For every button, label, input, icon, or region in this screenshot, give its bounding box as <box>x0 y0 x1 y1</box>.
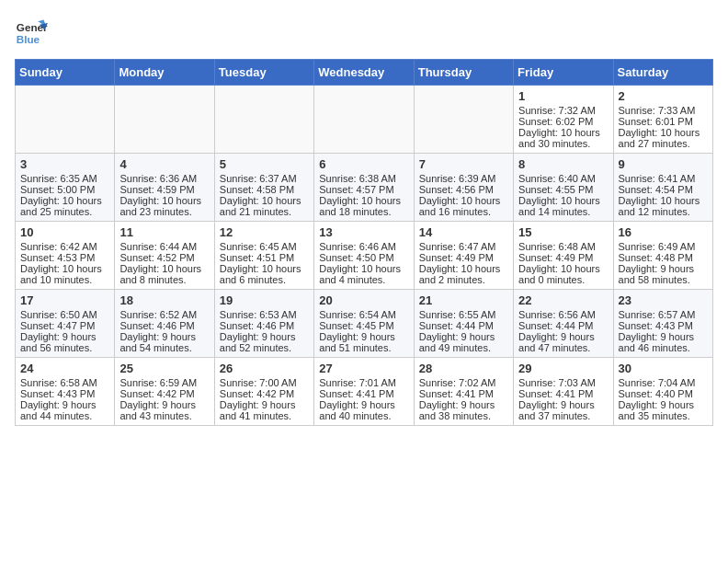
day-info-line: Daylight: 9 hours <box>220 399 309 410</box>
day-info-line: Sunrise: 6:48 AM <box>518 241 608 252</box>
day-info-line: Sunrise: 6:39 AM <box>419 173 508 184</box>
day-info-line: and 4 minutes. <box>319 274 408 285</box>
day-info-line: and 35 minutes. <box>619 410 708 421</box>
day-info-line: Sunrise: 6:47 AM <box>419 241 508 252</box>
day-info-line: Sunset: 4:51 PM <box>220 252 309 263</box>
day-info-line: Daylight: 9 hours <box>119 399 209 410</box>
day-info-line: Sunset: 4:54 PM <box>619 184 708 195</box>
day-info-line: Sunset: 4:52 PM <box>119 252 209 263</box>
day-info-line: Sunrise: 6:38 AM <box>319 173 408 184</box>
day-info-line: and 25 minutes. <box>20 206 109 217</box>
calendar-week-row: 24Sunrise: 6:58 AMSunset: 4:43 PMDayligh… <box>16 358 713 426</box>
day-info-line: Daylight: 10 hours <box>518 195 608 206</box>
day-info-line: Sunset: 4:57 PM <box>319 184 408 195</box>
day-info-line: Sunset: 5:00 PM <box>20 184 109 195</box>
day-info-line: Sunrise: 7:00 AM <box>220 377 309 388</box>
calendar-cell: 6Sunrise: 6:38 AMSunset: 4:57 PMDaylight… <box>314 154 414 222</box>
day-info-line: Sunset: 4:41 PM <box>518 388 608 399</box>
day-info-line: Daylight: 9 hours <box>419 399 508 410</box>
day-info-line: and 18 minutes. <box>319 206 408 217</box>
day-info-line: Sunrise: 6:46 AM <box>319 241 408 252</box>
weekday-header: Monday <box>115 60 214 86</box>
day-info-line: Sunrise: 6:35 AM <box>20 173 109 184</box>
day-info-line: Sunrise: 6:42 AM <box>20 241 109 252</box>
day-info-line: Daylight: 9 hours <box>319 399 408 410</box>
calendar-cell: 29Sunrise: 7:03 AMSunset: 4:41 PMDayligh… <box>514 358 613 426</box>
calendar-cell: 26Sunrise: 7:00 AMSunset: 4:42 PMDayligh… <box>214 358 313 426</box>
calendar-cell: 16Sunrise: 6:49 AMSunset: 4:48 PMDayligh… <box>613 222 712 290</box>
day-info-line: Sunrise: 7:33 AM <box>619 105 708 116</box>
day-number: 3 <box>20 157 109 171</box>
day-number: 22 <box>518 293 608 307</box>
weekday-header: Saturday <box>613 60 712 86</box>
calendar-cell <box>414 86 513 154</box>
day-info-line: and 27 minutes. <box>619 138 708 149</box>
calendar-cell: 9Sunrise: 6:41 AMSunset: 4:54 PMDaylight… <box>613 154 712 222</box>
day-number: 23 <box>619 293 708 307</box>
weekday-header: Tuesday <box>214 60 313 86</box>
day-info-line: Sunset: 4:43 PM <box>20 388 109 399</box>
calendar-cell: 3Sunrise: 6:35 AMSunset: 5:00 PMDaylight… <box>16 154 115 222</box>
day-info-line: and 41 minutes. <box>220 410 309 421</box>
day-number: 18 <box>119 293 209 307</box>
day-info-line: Daylight: 10 hours <box>419 195 508 206</box>
day-info-line: and 51 minutes. <box>319 342 408 353</box>
day-info-line: Sunset: 4:44 PM <box>518 320 608 331</box>
day-info-line: Sunrise: 6:57 AM <box>619 309 708 320</box>
day-info-line: Daylight: 9 hours <box>619 263 708 274</box>
day-info-line: Sunrise: 6:50 AM <box>20 309 109 320</box>
day-number: 13 <box>319 225 408 239</box>
calendar-cell: 21Sunrise: 6:55 AMSunset: 4:44 PMDayligh… <box>414 290 513 358</box>
day-info-line: Sunset: 4:41 PM <box>319 388 408 399</box>
day-info-line: Sunrise: 6:56 AM <box>518 309 608 320</box>
day-info-line: Sunrise: 6:37 AM <box>220 173 309 184</box>
day-number: 20 <box>319 293 408 307</box>
calendar-cell: 8Sunrise: 6:40 AMSunset: 4:55 PMDaylight… <box>514 154 613 222</box>
day-info-line: Daylight: 9 hours <box>20 331 109 342</box>
day-info-line: Daylight: 9 hours <box>518 331 608 342</box>
weekday-header: Thursday <box>414 60 513 86</box>
calendar-cell: 19Sunrise: 6:53 AMSunset: 4:46 PMDayligh… <box>214 290 313 358</box>
day-info-line: and 52 minutes. <box>220 342 309 353</box>
calendar-cell: 24Sunrise: 6:58 AMSunset: 4:43 PMDayligh… <box>16 358 115 426</box>
day-info-line: Daylight: 9 hours <box>119 331 209 342</box>
day-info-line: Daylight: 10 hours <box>220 263 309 274</box>
day-info-line: Daylight: 10 hours <box>419 263 508 274</box>
day-info-line: Sunrise: 7:02 AM <box>419 377 508 388</box>
day-info-line: Sunset: 4:42 PM <box>119 388 209 399</box>
day-info-line: Daylight: 10 hours <box>619 127 708 138</box>
calendar-cell: 15Sunrise: 6:48 AMSunset: 4:49 PMDayligh… <box>514 222 613 290</box>
calendar-week-row: 17Sunrise: 6:50 AMSunset: 4:47 PMDayligh… <box>16 290 713 358</box>
day-info-line: Sunrise: 7:04 AM <box>619 377 708 388</box>
day-info-line: Sunset: 4:48 PM <box>619 252 708 263</box>
day-number: 8 <box>518 157 608 171</box>
day-info-line: Daylight: 10 hours <box>20 195 109 206</box>
calendar-table: SundayMondayTuesdayWednesdayThursdayFrid… <box>15 59 713 426</box>
day-info-line: Sunrise: 6:54 AM <box>319 309 408 320</box>
day-number: 25 <box>119 362 209 375</box>
calendar-cell: 18Sunrise: 6:52 AMSunset: 4:46 PMDayligh… <box>115 290 214 358</box>
day-info-line: Sunset: 4:45 PM <box>319 320 408 331</box>
day-info-line: and 44 minutes. <box>20 410 109 421</box>
calendar-cell: 4Sunrise: 6:36 AMSunset: 4:59 PMDaylight… <box>115 154 214 222</box>
day-info-line: Daylight: 9 hours <box>518 399 608 410</box>
day-info-line: and 23 minutes. <box>119 206 209 217</box>
weekday-header: Sunday <box>16 60 115 86</box>
day-info-line: and 43 minutes. <box>119 410 209 421</box>
day-number: 24 <box>20 362 109 375</box>
logo-icon: General Blue <box>15 15 48 48</box>
calendar-header-row: SundayMondayTuesdayWednesdayThursdayFrid… <box>16 60 713 86</box>
calendar-cell: 28Sunrise: 7:02 AMSunset: 4:41 PMDayligh… <box>414 358 513 426</box>
day-info-line: Daylight: 9 hours <box>20 399 109 410</box>
day-info-line: Sunset: 4:58 PM <box>220 184 309 195</box>
day-info-line: and 40 minutes. <box>319 410 408 421</box>
calendar-cell: 10Sunrise: 6:42 AMSunset: 4:53 PMDayligh… <box>16 222 115 290</box>
weekday-header: Friday <box>514 60 613 86</box>
day-info-line: Sunrise: 7:32 AM <box>518 105 608 116</box>
calendar-cell <box>115 86 214 154</box>
day-number: 1 <box>518 89 608 103</box>
day-info-line: Sunrise: 7:01 AM <box>319 377 408 388</box>
calendar-cell: 12Sunrise: 6:45 AMSunset: 4:51 PMDayligh… <box>214 222 313 290</box>
day-info-line: Daylight: 10 hours <box>319 263 408 274</box>
calendar-cell: 22Sunrise: 6:56 AMSunset: 4:44 PMDayligh… <box>514 290 613 358</box>
